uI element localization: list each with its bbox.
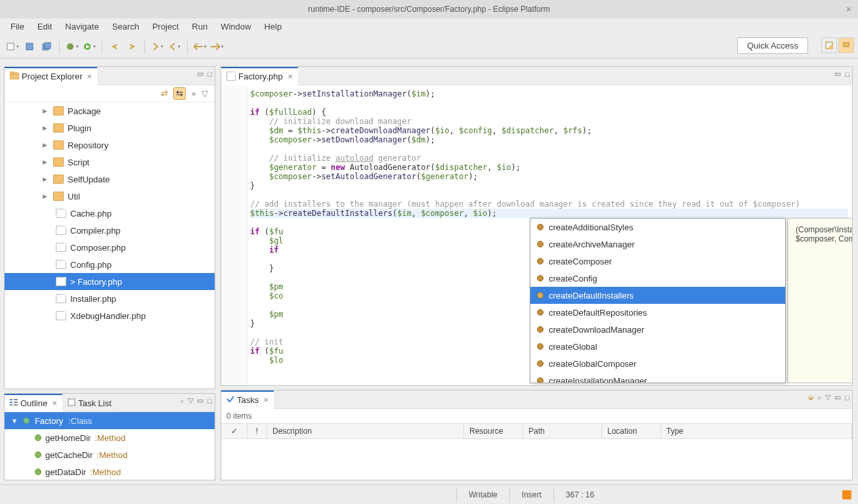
minimize-icon[interactable]: ▭ [197,70,204,78]
maximize-icon[interactable]: □ [207,397,212,405]
menu-run[interactable]: Run [185,19,214,34]
undo-icon[interactable] [108,39,122,54]
col-description[interactable]: Description [267,424,464,438]
tab-task-list[interactable]: Task List [62,394,117,412]
col-priority[interactable]: ! [247,424,267,438]
minimize-icon[interactable]: ▭ [834,393,841,402]
file-icon [56,294,66,303]
close-icon[interactable]: ✕ [263,396,268,404]
back-icon[interactable]: ▾ [193,39,207,54]
debug-icon[interactable]: ▾ [65,39,79,54]
svg-rect-17 [14,404,18,406]
folder-icon [53,106,64,116]
col-type[interactable]: Type [661,424,852,438]
tree-folder[interactable]: ▶Repository [5,136,215,154]
project-tree[interactable]: ▶Package ▶Plugin ▶Repository ▶Script ▶Se… [5,102,215,388]
tree-file[interactable]: Config.php [5,256,215,273]
col-complete[interactable]: ✓ [221,424,247,438]
method-icon [537,241,544,247]
prev-annotation-icon[interactable]: ▾ [167,39,182,54]
completion-item[interactable]: createArchiveManager [530,236,785,253]
save-all-icon[interactable] [39,39,54,54]
quick-access[interactable]: Quick Access [737,37,808,54]
svg-rect-3 [45,43,51,49]
link-editor-icon[interactable]: ⇆ [173,87,186,100]
minimize-icon[interactable]: ▭ [197,396,204,405]
method-icon [35,469,41,475]
outline-tree[interactable]: ▼ Factory :Class getHomeDir :Method getC… [5,412,215,480]
focus-task-icon[interactable]: ● [191,89,196,98]
svg-rect-9 [844,43,849,47]
menu-search[interactable]: Search [106,19,146,34]
filter-icon[interactable]: ⬙ [808,393,813,402]
tree-file[interactable]: Installer.php [5,290,215,307]
new-icon[interactable]: ▾ [5,39,20,54]
view-menu-icon[interactable]: ▽ [825,393,830,402]
autocomplete-popup[interactable]: createAdditionalStyles createArchiveMana… [530,218,786,383]
tree-folder[interactable]: ▶Package [5,102,215,119]
tree-folder[interactable]: ▶Plugin [5,119,215,136]
close-icon[interactable]: ✕ [52,400,57,407]
menu-edit[interactable]: Edit [31,19,58,34]
folder-icon [53,158,64,167]
open-perspective-icon[interactable] [821,37,837,53]
menu-window[interactable]: Window [214,19,257,34]
close-icon[interactable]: ✕ [288,73,293,80]
col-path[interactable]: Path [523,424,602,438]
maximize-icon[interactable]: □ [845,394,849,402]
svg-rect-0 [7,43,14,50]
completion-item[interactable]: createDownloadManager [530,321,785,338]
minimize-icon[interactable]: ▭ [834,70,841,78]
rss-icon[interactable] [842,490,851,499]
run-icon[interactable]: ▾ [82,39,97,54]
completion-item[interactable]: createDefaultRepositories [530,304,785,321]
col-location[interactable]: Location [602,424,661,438]
view-menu-icon[interactable]: ▽ [188,396,193,405]
completion-item[interactable]: createAdditionalStyles [530,219,785,236]
menu-file[interactable]: File [4,19,31,34]
method-icon [35,452,41,458]
outline-method[interactable]: getDataDir :Method [5,463,215,480]
completion-item[interactable]: createGlobalComposer [530,355,785,372]
col-resource[interactable]: Resource [464,424,523,438]
menu-project[interactable]: Project [146,19,185,34]
completion-item[interactable]: createGlobal [530,338,785,355]
maximize-icon[interactable]: □ [207,70,212,78]
outline-method[interactable]: getCacheDir :Method [5,446,215,463]
tab-tasks[interactable]: Tasks ✕ [221,390,274,409]
maximize-icon[interactable]: □ [845,70,849,78]
tree-file[interactable]: Compiler.php [5,222,215,239]
completion-item[interactable]: createInstallationManager [530,372,785,383]
save-icon[interactable] [22,39,37,54]
menu-help[interactable]: Help [257,19,288,34]
tree-folder[interactable]: ▶Script [5,154,215,171]
completion-item-selected[interactable]: createDefaultInstallers [530,287,785,304]
file-icon [226,72,236,81]
tree-folder[interactable]: ▶SelfUpdate [5,171,215,188]
tree-file-selected[interactable]: > Factory.php [5,273,215,290]
collapse-all-icon[interactable]: ⇄ [161,89,168,98]
tree-file[interactable]: Composer.php [5,239,215,256]
completion-item[interactable]: createComposer [530,253,785,270]
next-annotation-icon[interactable]: ▾ [150,39,165,54]
outline-method[interactable]: getHomeDir :Method [5,429,215,446]
tab-project-explorer[interactable]: Project Explorer ✕ [5,67,97,85]
focus-icon[interactable]: ● [817,394,822,402]
close-icon[interactable]: × [846,4,851,14]
tree-file[interactable]: Cache.php [5,205,215,222]
resource-perspective-icon[interactable] [838,37,854,53]
outline-class-header[interactable]: ▼ Factory :Class [5,412,215,429]
separator [144,39,145,54]
close-icon[interactable]: ✕ [87,73,92,80]
menu-navigate[interactable]: Navigate [58,19,105,34]
tree-folder[interactable]: ▶Util [5,188,215,205]
window-title: runtime-IDE - composer/src/Composer/Fact… [308,5,550,14]
completion-item[interactable]: createConfig [530,270,785,287]
tab-outline[interactable]: Outline ✕ [5,394,62,412]
tree-file[interactable]: XdebugHandler.php [5,307,215,324]
forward-icon[interactable]: ▾ [210,39,225,54]
editor-tab[interactable]: Factory.php ✕ [221,67,298,85]
redo-icon[interactable] [125,39,139,54]
focus-icon[interactable]: ● [180,397,184,405]
view-menu-icon[interactable]: ▽ [202,89,208,98]
